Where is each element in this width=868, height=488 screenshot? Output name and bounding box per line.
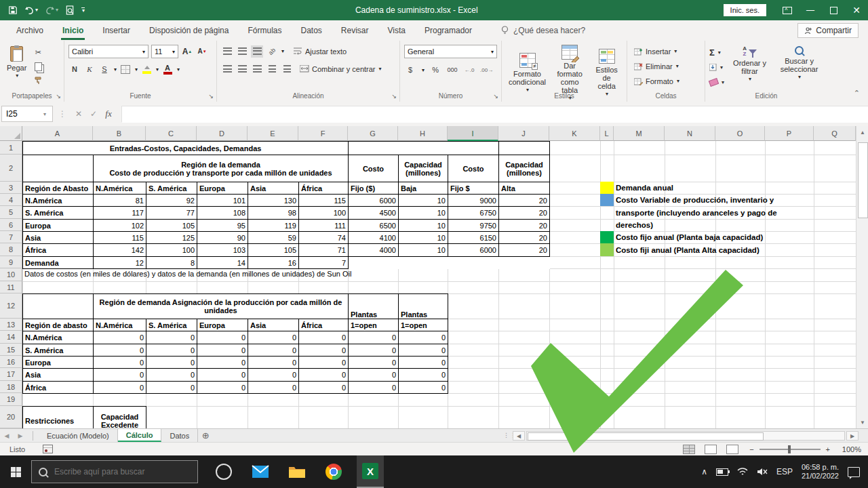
number-format-select[interactable]: General▾ [404,45,497,58]
ribbon-tab-vista[interactable]: Vista [378,20,415,41]
cell[interactable] [399,257,448,269]
cell[interactable]: 111 [299,220,349,232]
scroll-down-icon[interactable]: ▼ [856,416,868,428]
column-header-F[interactable]: F [298,126,348,141]
cell[interactable]: 6750 [448,207,499,220]
cell[interactable]: 10 [399,207,448,220]
bold-button[interactable]: N [68,63,81,75]
cell[interactable]: 115 [94,232,146,244]
cell[interactable]: N.América [23,331,94,344]
row-header-1[interactable]: 1 [0,141,22,155]
cell[interactable]: 9750 [448,220,499,232]
clock[interactable]: 06:58 p. m.21/02/2022 [802,463,839,481]
column-header-O[interactable]: O [715,126,765,141]
cell[interactable]: 59 [248,232,299,244]
cell-region-header[interactable]: Región de la demanda Costo de producción… [94,155,349,182]
page-layout-view-icon[interactable] [705,445,717,454]
decrease-decimal-button[interactable]: .00→ [480,64,493,76]
cell[interactable]: 6150 [448,232,499,244]
cell[interactable]: 6500 [349,220,399,232]
column-header-P[interactable]: P [765,126,814,141]
fill-button[interactable]: ▾ [709,61,724,74]
cell[interactable]: 10 [399,195,448,207]
legend-text[interactable]: transporte (incluyendo aranceles y pago … [616,206,777,219]
cell[interactable]: 142 [94,244,146,257]
cell[interactable] [499,257,550,269]
cell[interactable]: 20 [499,220,550,232]
underline-button[interactable]: S [98,63,111,75]
column-header-K[interactable]: K [549,126,600,141]
row-header-8[interactable]: 8 [0,243,22,256]
page-break-view-icon[interactable] [726,445,738,454]
cell[interactable]: 4000 [349,244,399,257]
close-button[interactable]: ✕ [845,0,868,20]
language-indicator[interactable]: ESP [776,467,793,476]
copy-button[interactable] [32,60,44,73]
legend-text[interactable]: Demanda anual [616,182,673,194]
cell[interactable]: 0 [197,369,248,382]
cell[interactable]: 108 [197,207,248,220]
minimize-button[interactable]: — [799,0,822,20]
cell[interactable]: CapacidadExcedente [94,407,146,429]
column-header-L[interactable]: L [600,126,614,141]
row-header-2[interactable]: 2 [0,155,22,182]
cell[interactable]: 0 [146,382,197,394]
volume-muted-icon[interactable] [757,468,768,476]
cell[interactable]: 7 [299,257,349,269]
column-header-C[interactable]: C [146,126,197,141]
cell[interactable]: 0 [399,344,448,357]
cell[interactable]: 117 [94,207,146,220]
cell[interactable]: 0 [299,331,349,344]
ribbon-tab-archivo[interactable]: Archivo [7,20,53,41]
cell[interactable]: Restricciones [23,407,94,429]
cell[interactable]: 20 [499,207,550,220]
legend-text[interactable]: Costo fiji anual (Planta Alta capacidad) [616,243,760,256]
cell[interactable]: 130 [248,195,299,207]
cell[interactable]: 81 [94,195,146,207]
autosum-button[interactable]: Σ▾ [709,46,724,59]
align-bottom-button[interactable] [251,45,263,58]
cell[interactable]: 100 [146,244,197,257]
cell[interactable] [23,294,94,319]
cell[interactable]: 71 [299,244,349,257]
row-header-18[interactable]: 18 [0,381,22,393]
cut-button[interactable]: ✂ [32,46,44,58]
record-macro-icon[interactable] [43,445,53,453]
cell[interactable]: 0 [248,382,299,394]
cell[interactable]: África [23,382,94,394]
cell[interactable]: Asia [23,232,94,244]
align-right-button[interactable] [251,63,263,75]
cell[interactable]: Alta [499,182,550,195]
cell[interactable]: 0 [146,344,197,357]
cell[interactable]: 0 [146,357,197,369]
sheet-tab-datos[interactable]: Datos [161,429,198,442]
increase-indent-button[interactable] [281,63,293,75]
cell[interactable]: N.América [23,195,94,207]
file-explorer-button[interactable] [283,455,311,488]
cell[interactable]: 74 [299,232,349,244]
dialog-launcher-icon[interactable]: ↘ [391,93,397,100]
cell[interactable]: 0 [248,369,299,382]
zoom-slider[interactable] [760,449,821,450]
clear-button[interactable]: ▾ [709,76,724,89]
enter-icon[interactable]: ✓ [86,109,101,119]
ribbon-tab-f-rmulas[interactable]: Fórmulas [238,20,291,41]
ribbon-tab-datos[interactable]: Datos [291,20,331,41]
cell[interactable]: 105 [146,220,197,232]
excel-taskbar-button[interactable]: X [357,455,384,488]
new-sheet-button[interactable]: ⊕ [198,430,213,441]
cell[interactable]: 115 [299,195,349,207]
row-header-7[interactable]: 7 [0,231,22,243]
taskbar-search[interactable] [31,460,198,483]
align-left-button[interactable] [221,63,233,75]
cell[interactable]: África [23,244,94,257]
taskbar-search-input[interactable] [53,466,178,477]
cell[interactable]: 0 [299,357,349,369]
cell[interactable]: 0 [399,369,448,382]
ribbon-tab-insertar[interactable]: Insertar [93,20,140,41]
mail-button[interactable] [247,455,274,488]
font-size-select[interactable]: 11▾ [151,45,178,58]
cell[interactable]: Fijo $ [448,182,499,195]
cell[interactable]: 16 [248,257,299,269]
dialog-launcher-icon[interactable]: ↘ [493,93,498,100]
